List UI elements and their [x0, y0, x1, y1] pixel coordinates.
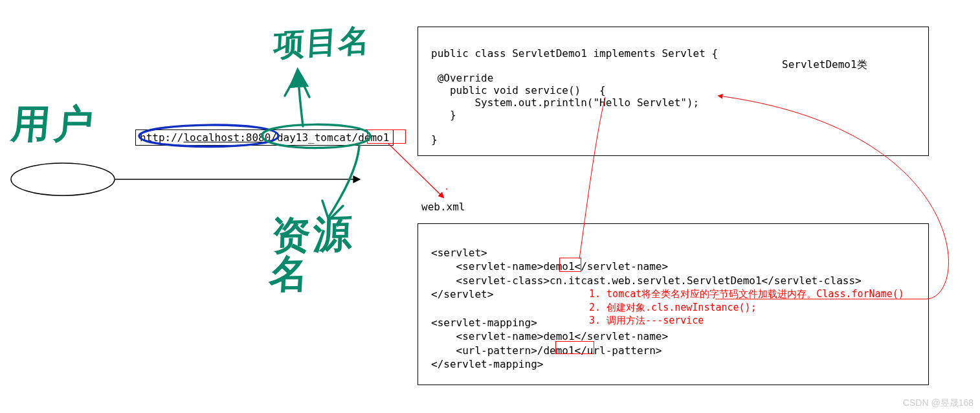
servlet-class-label: ServletDemo1类 — [782, 58, 867, 72]
red-rect-urlpattern-demo1 — [555, 341, 594, 354]
xml-line: <servlet-mapping> — [431, 317, 537, 329]
note-line: 3. 调用方法---service — [589, 315, 704, 326]
note-line: 1. tomcat将全类名对应的字节码文件加载进内存。Class.forName… — [589, 288, 904, 300]
green-arrow-down-icon — [329, 146, 359, 217]
xml-line: </servlet> — [431, 288, 493, 300]
green-arrow-up-head — [285, 73, 309, 97]
red-dot-icon — [446, 188, 447, 190]
code-line: } — [431, 133, 438, 146]
xml-urlpattern-open: <url-pattern> — [431, 344, 537, 357]
url-box: http://localhost:8080/day13_tomcat/demo1 — [135, 129, 394, 146]
red-rect-url-demo1 — [367, 129, 406, 144]
handwritten-user-label: 用户 — [9, 98, 99, 151]
code-line: public class ServletDemo1 implements Ser… — [431, 47, 718, 60]
xml-line: <servlet> — [431, 247, 487, 259]
servlet-code-box: public class ServletDemo1 implements Ser… — [418, 27, 929, 156]
note-line: 2. 创建对象.cls.newInstance(); — [589, 302, 757, 313]
green-arrow-up-icon — [298, 71, 303, 126]
code-line: System.out.println("Hello Servlet"); — [431, 96, 699, 109]
web-xml-label: web.xml — [421, 201, 465, 213]
code-line: public void service() { — [431, 84, 606, 96]
url-scheme: http:// — [140, 131, 183, 144]
xml-line: <servlet-name>demo1</servlet-name> — [431, 330, 668, 342]
handwritten-project-name: 项目名 — [273, 19, 372, 66]
code-line: } — [431, 109, 456, 121]
url-hostport: localhost:8080 — [183, 131, 271, 144]
url-path1: /day13_tomcat — [271, 131, 351, 144]
user-ellipse — [11, 163, 115, 195]
code-line: @Override — [431, 72, 493, 84]
red-rect-servlet-class — [559, 258, 581, 272]
handwritten-resource-label: 资源 名 — [268, 214, 357, 295]
watermark: CSDN @昱晟168 — [903, 397, 974, 409]
tomcat-steps-notes: 1. tomcat将全类名对应的字节码文件加载进内存。Class.forName… — [589, 274, 904, 327]
xml-line: </servlet-mapping> — [431, 358, 543, 370]
xml-line: <servlet-name>demo1</servlet-name> — [431, 260, 668, 273]
